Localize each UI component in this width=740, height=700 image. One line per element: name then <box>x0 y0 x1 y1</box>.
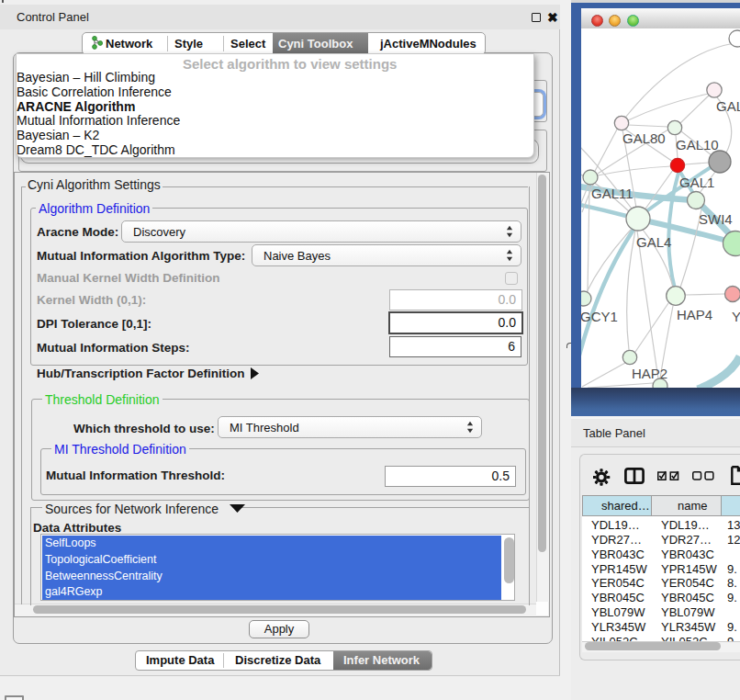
svg-text:SWI4: SWI4 <box>699 211 733 227</box>
svg-text:HAP4: HAP4 <box>677 307 712 322</box>
svg-text:GAL10: GAL10 <box>676 137 719 152</box>
svg-text:GAL11: GAL11 <box>591 186 633 201</box>
svg-text:GAL1: GAL1 <box>679 175 714 190</box>
svg-text:GAL80: GAL80 <box>622 130 666 146</box>
svg-text:HAP2: HAP2 <box>632 366 667 381</box>
svg-text:GAL4: GAL4 <box>636 234 671 250</box>
svg-text:Y: Y <box>732 309 740 324</box>
svg-text:GAL2: GAL2 <box>716 98 740 114</box>
svg-text:GCY1: GCY1 <box>581 309 618 324</box>
